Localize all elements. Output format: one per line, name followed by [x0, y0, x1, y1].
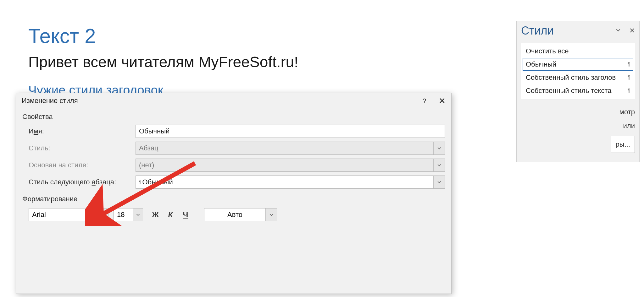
pane-tail-line: мотр [521, 105, 635, 119]
close-icon[interactable]: ✕ [439, 96, 446, 106]
font-family-combo[interactable]: Arial [29, 208, 108, 221]
bold-button[interactable]: Ж [151, 210, 160, 219]
based-on-label: Основан на стиле: [29, 161, 132, 169]
font-style-buttons: Ж К Ч [148, 210, 193, 219]
chevron-down-icon[interactable] [133, 208, 143, 221]
style-item-label: Собственный стиль заголов [526, 73, 616, 82]
row-based-on: Основан на стиле: (нет) [16, 157, 451, 174]
based-on-combo: (нет) [136, 159, 445, 172]
next-style-label: Стиль следующего абзаца: [29, 178, 132, 186]
underline-button[interactable]: Ч [181, 210, 190, 219]
row-style-type: Стиль: Абзац [16, 140, 451, 157]
name-label: Имя: [29, 127, 132, 135]
group-formatting-label: Форматирование [16, 191, 451, 205]
font-family-value: Arial [29, 208, 98, 221]
style-item-label: Обычный [526, 60, 556, 68]
styles-pane: Стили ✕ Очистить все Обычный ¶ Собственн… [516, 21, 640, 162]
next-style-value: Обычный [136, 176, 433, 188]
font-color-value: Авто [204, 208, 265, 221]
dialog-title: Изменение стиля [22, 97, 78, 105]
close-icon[interactable]: ✕ [629, 27, 635, 34]
chevron-down-icon [433, 159, 445, 171]
style-type-value: Абзац [136, 142, 433, 154]
based-on-value: (нет) [136, 159, 433, 171]
style-item-clear-all[interactable]: Очистить все [523, 45, 633, 58]
options-button[interactable]: ры... [611, 136, 635, 153]
document-canvas: Текст 2 Привет всем читателям MyFreeSoft… [28, 25, 298, 97]
style-type-combo: Абзац [136, 142, 445, 155]
doc-heading: Текст 2 [28, 25, 298, 47]
style-item-custom-heading[interactable]: Собственный стиль заголов ¶ [523, 71, 633, 84]
style-item-normal[interactable]: Обычный ¶ [523, 58, 633, 71]
dialog-titlebar: Изменение стиля ? ✕ [16, 93, 451, 108]
font-size-value: 18 [114, 208, 133, 221]
help-icon[interactable]: ? [423, 97, 426, 105]
style-item-custom-text[interactable]: Собственный стиль текста ¶ [523, 84, 633, 97]
paragraph-mark-icon: ¶ [627, 62, 630, 67]
chevron-down-icon[interactable] [98, 208, 108, 221]
chevron-down-icon[interactable] [433, 176, 445, 188]
italic-button[interactable]: К [166, 210, 175, 219]
font-size-combo[interactable]: 18 [114, 208, 143, 221]
styles-pane-title: Стили [521, 24, 554, 37]
styles-list: Очистить все Обычный ¶ Собственный стиль… [521, 43, 635, 99]
pane-options-icon[interactable] [616, 28, 620, 34]
doc-body-text: Привет всем читателям MyFreeSoft.ru! [28, 53, 298, 71]
style-type-label: Стиль: [29, 144, 132, 152]
row-name: Имя: [16, 123, 451, 140]
style-item-label: Собственный стиль текста [526, 87, 612, 95]
chevron-down-icon[interactable] [265, 208, 277, 221]
formatting-toolbar: Arial 18 Ж К Ч Авто [16, 205, 451, 221]
paragraph-mark-icon: ¶ [627, 75, 630, 80]
font-color-combo[interactable]: Авто [204, 208, 277, 221]
pane-tail: мотр или ры... [521, 105, 635, 153]
name-input[interactable] [136, 125, 445, 138]
chevron-down-icon [433, 142, 445, 154]
group-properties-label: Свойства [16, 108, 451, 123]
row-next-style: Стиль следующего абзаца: Обычный [16, 174, 451, 191]
paragraph-mark-icon: ¶ [627, 88, 630, 94]
style-item-label: Очистить все [526, 47, 569, 55]
pane-tail-line: или [521, 119, 635, 133]
modify-style-dialog: Изменение стиля ? ✕ Свойства Имя: Стиль:… [16, 93, 452, 294]
next-style-combo[interactable]: Обычный [136, 176, 445, 189]
styles-pane-header: Стили ✕ [521, 24, 635, 37]
